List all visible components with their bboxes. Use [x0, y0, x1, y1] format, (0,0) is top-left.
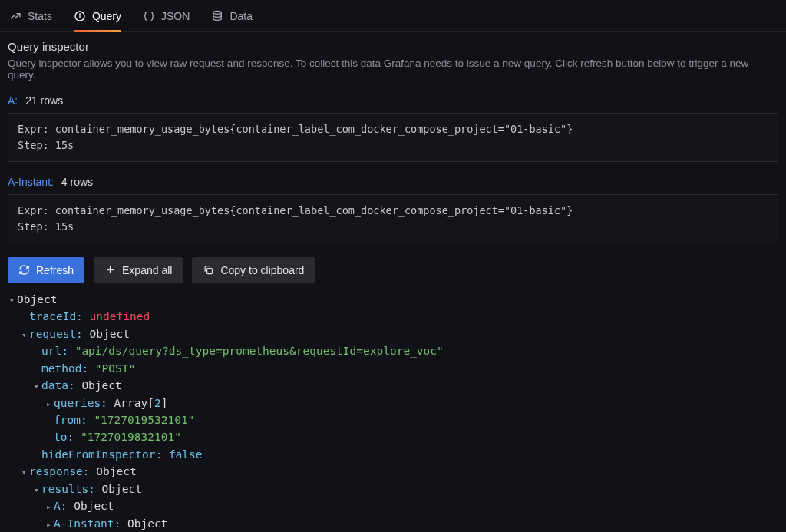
svg-rect-6 [207, 269, 213, 274]
svg-point-3 [213, 11, 222, 14]
tree-to[interactable]: to: "1727019832101" [9, 428, 778, 445]
query-ainstant-header: A-Instant: 4 rows [8, 176, 778, 188]
tab-data-label: Data [230, 10, 253, 22]
json-tree: ▾Object traceId: undefined ▾request: Obj… [8, 291, 778, 532]
expand-all-button[interactable]: Expand all [94, 257, 183, 283]
tree-response[interactable]: ▾response: Object [9, 463, 778, 480]
plus-icon [104, 264, 116, 276]
action-buttons: Refresh Expand all Copy to clipboard [8, 257, 778, 283]
tree-hidefrominspector[interactable]: hideFromInspector: false [9, 446, 778, 463]
tab-data[interactable]: Data [211, 0, 253, 31]
copy-label: Copy to clipboard [220, 264, 304, 276]
query-ainstant-expr: Expr: container_memory_usage_bytes{conta… [18, 204, 573, 216]
query-a-code: Expr: container_memory_usage_bytes{conta… [8, 113, 778, 162]
tree-url[interactable]: url: "api/ds/query?ds_type=prometheus&re… [9, 342, 778, 359]
query-a-rows: 21 rows [25, 94, 63, 107]
inspector-tabs: Stats Query JSON Data [0, 0, 786, 32]
query-ainstant-rows: 4 rows [61, 176, 93, 188]
tab-stats-label: Stats [28, 10, 52, 22]
query-ainstant-name: A-Instant: [8, 176, 54, 188]
database-icon [211, 10, 223, 22]
query-a-name: A: [8, 94, 18, 107]
tab-query[interactable]: Query [74, 0, 121, 31]
tab-stats[interactable]: Stats [9, 0, 52, 31]
inspector-body: Query inspector Query inspector allows y… [0, 32, 786, 532]
tab-query-label: Query [92, 10, 121, 22]
stats-icon [9, 10, 21, 22]
tab-json[interactable]: JSON [143, 0, 190, 31]
tree-data[interactable]: ▾data: Object [9, 377, 778, 394]
page-title: Query inspector [8, 40, 778, 53]
query-a-header: A: 21 rows [8, 94, 778, 107]
tree-results[interactable]: ▾results: Object [9, 481, 778, 497]
refresh-button[interactable]: Refresh [8, 257, 84, 283]
page-desc: Query inspector allows you to view raw r… [8, 58, 778, 81]
expand-label: Expand all [122, 264, 172, 276]
info-icon [74, 10, 86, 22]
query-ainstant-step: Step: 15s [18, 220, 74, 233]
tree-results-ainstant[interactable]: ▸A-Instant: Object [9, 515, 778, 532]
tree-queries[interactable]: ▸queries: Array[2] [9, 395, 778, 411]
tree-root[interactable]: ▾Object [9, 291, 778, 308]
tree-results-a[interactable]: ▸A: Object [9, 497, 778, 514]
tree-request[interactable]: ▾request: Object [9, 325, 778, 342]
tree-from[interactable]: from: "1727019532101" [9, 411, 778, 428]
query-ainstant-code: Expr: container_memory_usage_bytes{conta… [8, 194, 778, 243]
refresh-icon [18, 264, 30, 276]
refresh-label: Refresh [36, 264, 74, 276]
tree-method[interactable]: method: "POST" [9, 360, 778, 377]
query-a-expr: Expr: container_memory_usage_bytes{conta… [18, 123, 573, 135]
copy-icon [203, 264, 214, 276]
copy-button[interactable]: Copy to clipboard [192, 257, 315, 283]
query-a-step: Step: 15s [18, 139, 74, 151]
tab-json-label: JSON [161, 10, 190, 22]
braces-icon [143, 10, 155, 22]
svg-point-2 [80, 14, 81, 15]
tree-traceid[interactable]: traceId: undefined [9, 308, 778, 325]
